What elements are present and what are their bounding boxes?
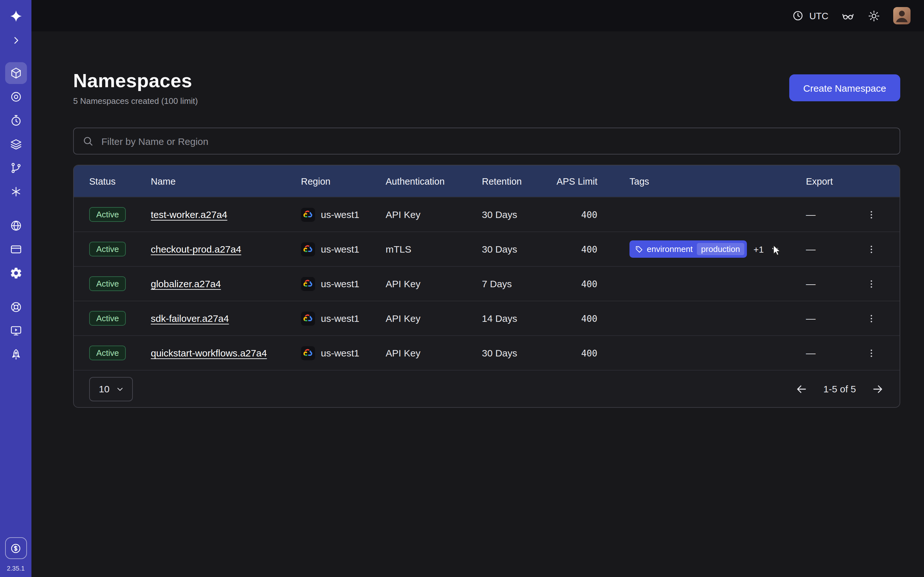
- git-branch-icon: [9, 161, 22, 174]
- sidebar-item-docs[interactable]: [5, 320, 27, 342]
- col-header-name: Name: [151, 176, 301, 186]
- sidebar-item-usage[interactable]: [5, 537, 27, 559]
- credit-card-icon: [9, 243, 22, 256]
- col-header-aps-limit: APS Limit: [552, 176, 598, 186]
- sidebar-item-target[interactable]: [5, 86, 27, 108]
- sidebar-item-nexus[interactable]: [5, 181, 27, 203]
- col-header-authentication: Authentication: [386, 176, 482, 186]
- namespace-link[interactable]: checkout-prod.a27a4: [151, 243, 241, 255]
- auth-method: API Key: [386, 278, 482, 289]
- namespace-link[interactable]: globalizer.a27a4: [151, 278, 221, 289]
- status-badge: Active: [89, 242, 126, 256]
- auth-method: API Key: [386, 313, 482, 324]
- retention-value: 14 Days: [482, 313, 552, 324]
- namespace-link[interactable]: test-worker.a27a4: [151, 209, 227, 220]
- table-row: Active test-worker.a27a4 us-west1 API Ke…: [74, 197, 900, 231]
- aps-limit-value: 400: [552, 313, 598, 324]
- col-header-retention: Retention: [482, 176, 552, 186]
- aps-limit-value: 400: [552, 279, 598, 289]
- sun-icon: [867, 9, 880, 22]
- export-status: —: [793, 348, 857, 358]
- namespace-link[interactable]: sdk-failover.a27a4: [151, 313, 229, 324]
- row-menu-button[interactable]: [862, 309, 880, 327]
- sidebar-item-timer[interactable]: [5, 110, 27, 131]
- globe-icon: [9, 219, 22, 232]
- sidebar-item-getting-started[interactable]: [5, 343, 27, 366]
- glasses-icon: [841, 9, 855, 23]
- sidebar-item-namespaces[interactable]: [5, 62, 27, 84]
- title-block: Namespaces 5 Namespaces created (100 lim…: [73, 70, 198, 106]
- status-badge: Active: [89, 346, 126, 360]
- page-title: Namespaces: [73, 70, 198, 92]
- layers-icon: [9, 138, 22, 151]
- clock-icon: [792, 10, 804, 22]
- auth-method: API Key: [386, 209, 482, 220]
- table-row: Active quickstart-workflows.a27a4 us-wes…: [74, 335, 900, 370]
- region-label: us-west1: [321, 243, 359, 255]
- tags-cell: environment production +1: [598, 240, 793, 258]
- table-footer: 10 1-5 of 5: [74, 370, 900, 407]
- region-label: us-west1: [321, 278, 359, 289]
- page-subtitle: 5 Namespaces created (100 limit): [73, 96, 198, 106]
- accessibility-button[interactable]: [841, 9, 855, 23]
- row-menu-button[interactable]: [862, 344, 880, 362]
- retention-value: 7 Days: [482, 278, 552, 289]
- app-version: 2.35.1: [7, 565, 25, 572]
- tag-value: production: [696, 243, 744, 255]
- previous-page-button[interactable]: [795, 382, 808, 395]
- arrow-left-icon: [795, 382, 808, 395]
- kebab-icon: [866, 244, 876, 254]
- tags-expand-button[interactable]: [770, 244, 780, 254]
- gcp-icon: [301, 346, 315, 360]
- monitor-icon: [9, 324, 22, 337]
- table-row: Active checkout-prod.a27a4 us-west1 mTLS…: [74, 231, 900, 266]
- arrow-right-icon: [871, 382, 884, 395]
- row-menu-button[interactable]: [862, 275, 880, 293]
- lifebuoy-icon: [9, 301, 22, 314]
- chevron-down-icon: [770, 244, 780, 254]
- page-size-select[interactable]: 10: [89, 377, 132, 401]
- row-menu-button[interactable]: [862, 205, 880, 223]
- sidebar-expand-button[interactable]: [6, 33, 25, 48]
- export-status: —: [793, 313, 857, 324]
- namespaces-table: Status Name Region Authentication Retent…: [73, 165, 900, 408]
- sidebar-item-support[interactable]: [5, 296, 27, 318]
- sidebar-item-billing[interactable]: [5, 239, 27, 260]
- sidebar: 2.35.1: [0, 0, 31, 577]
- kebab-icon: [866, 313, 876, 324]
- create-namespace-button[interactable]: Create Namespace: [789, 74, 900, 101]
- auth-method: mTLS: [386, 243, 482, 255]
- theme-toggle-button[interactable]: [867, 9, 880, 22]
- temporal-logo: [7, 8, 24, 25]
- col-header-region: Region: [301, 176, 386, 186]
- table-header-row: Status Name Region Authentication Retent…: [74, 165, 900, 197]
- timezone-selector[interactable]: UTC: [792, 10, 829, 22]
- sidebar-item-regions[interactable]: [5, 215, 27, 237]
- retention-value: 30 Days: [482, 348, 552, 358]
- kebab-icon: [866, 279, 876, 289]
- search-input[interactable]: [100, 135, 891, 147]
- dollar-circle-icon: [10, 542, 22, 554]
- aps-limit-value: 400: [552, 210, 598, 219]
- col-header-export: Export: [793, 176, 857, 186]
- status-badge: Active: [89, 207, 126, 222]
- user-avatar[interactable]: [893, 7, 911, 24]
- status-badge: Active: [89, 311, 126, 326]
- retention-value: 30 Days: [482, 209, 552, 220]
- sidebar-item-layers[interactable]: [5, 133, 27, 155]
- cube-icon: [9, 67, 22, 79]
- target-icon: [9, 90, 22, 103]
- tag-key: environment: [647, 244, 693, 254]
- namespace-link[interactable]: quickstart-workflows.a27a4: [151, 348, 267, 358]
- auth-method: API Key: [386, 348, 482, 358]
- sidebar-item-settings[interactable]: [5, 262, 27, 284]
- next-page-button[interactable]: [871, 382, 884, 395]
- tags-more-count: +1: [754, 244, 764, 254]
- kebab-icon: [866, 210, 876, 219]
- tag-pill[interactable]: environment production: [630, 240, 747, 258]
- sidebar-item-deployments[interactable]: [5, 157, 27, 179]
- gear-icon: [9, 267, 22, 279]
- export-status: —: [793, 278, 857, 289]
- row-menu-button[interactable]: [862, 240, 880, 258]
- col-header-tags: Tags: [598, 176, 793, 186]
